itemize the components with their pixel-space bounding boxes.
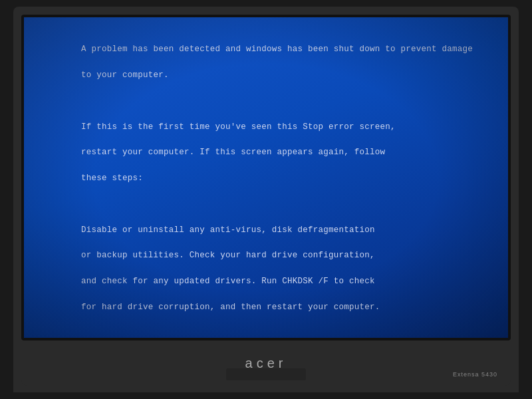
bsod-line1: A problem has been detected and windows … [81, 45, 473, 54]
bsod-line5: restart your computer. If this screen ap… [81, 148, 385, 157]
bsod-line6: these steps: [81, 174, 143, 183]
touchpad [226, 368, 306, 380]
bsod-line10: and check for any updated drivers. Run C… [81, 277, 375, 286]
screen-bezel: A problem has been detected and windows … [21, 15, 511, 340]
bsod-line4: If this is the first time you've seen th… [81, 122, 396, 132]
bsod-line8: Disable or uninstall any anti-virus, dis… [81, 225, 375, 235]
laptop-body: A problem has been detected and windows … [13, 7, 519, 392]
bsod-screen: A problem has been detected and windows … [24, 17, 508, 338]
bsod-line2: to your computer. [81, 70, 169, 80]
bsod-line11: for hard drive corruption, and then rest… [81, 303, 380, 312]
model-label: Extensa 5430 [453, 371, 497, 378]
bsod-text-block: A problem has been detected and windows … [40, 31, 492, 338]
bsod-line9: or backup utilities. Check your hard dri… [81, 251, 375, 260]
laptop-bottom-bar: acer Extensa 5430 [21, 340, 511, 386]
